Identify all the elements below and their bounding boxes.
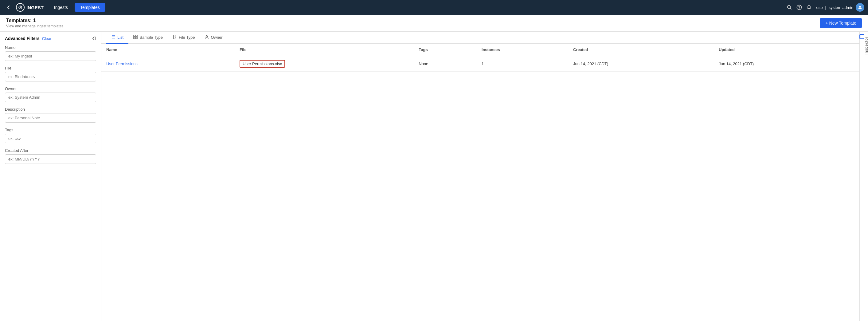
cell-file: User Permissions.xlsx	[235, 56, 414, 71]
table-row: User Permissions User Permissions.xlsx N…	[101, 56, 859, 71]
svg-line-2	[790, 8, 792, 9]
filter-description: Description	[5, 107, 96, 123]
svg-rect-11	[136, 35, 137, 37]
user-info: esp | system admin	[816, 3, 864, 12]
filter-file-input[interactable]	[5, 72, 96, 82]
nav-tab-templates[interactable]: Templates	[75, 3, 105, 12]
templates-table: Name File Tags Instances Created Updated…	[101, 43, 859, 71]
page-title-block: Templates: 1 View and manage ingest temp…	[6, 18, 64, 28]
filter-created-after: Created After	[5, 148, 96, 164]
help-button[interactable]: ?	[797, 5, 802, 10]
filter-file-label: File	[5, 66, 96, 70]
tab-list-label: List	[117, 35, 123, 40]
tab-sample-type[interactable]: Sample Type	[128, 32, 168, 43]
tab-list[interactable]: List	[106, 32, 128, 43]
sidebar: Advanced Filters Clear Name File Owner D…	[0, 32, 101, 321]
user-avatar	[856, 3, 864, 12]
search-button[interactable]	[786, 5, 792, 10]
cell-updated: Jun 14, 2021 (CDT)	[714, 56, 859, 71]
file-badge: User Permissions.xlsx	[240, 60, 285, 68]
logo-text: INGEST	[26, 5, 43, 10]
sample-type-icon	[133, 35, 137, 40]
col-created: Created	[568, 43, 714, 56]
username-label: system admin	[829, 5, 853, 10]
col-updated: Updated	[714, 43, 859, 56]
cell-name: User Permissions	[101, 56, 235, 71]
col-instances: Instances	[477, 43, 568, 56]
inspector-label: Inspector	[864, 34, 868, 57]
main-layout: Advanced Filters Clear Name File Owner D…	[0, 32, 868, 321]
filter-owner-label: Owner	[5, 86, 96, 91]
filter-tags-label: Tags	[5, 127, 96, 132]
nav-tabs: Ingests Templates	[49, 3, 105, 12]
tab-file-type[interactable]: File Type	[168, 32, 200, 43]
filter-file: File	[5, 66, 96, 82]
list-icon	[111, 35, 116, 40]
svg-point-14	[206, 36, 208, 37]
filter-tags-input[interactable]	[5, 134, 96, 143]
nav-right: ? esp | system admin	[786, 3, 864, 12]
back-button[interactable]	[4, 2, 13, 12]
table-container: Name File Tags Instances Created Updated…	[101, 43, 859, 321]
sidebar-title: Advanced Filters	[5, 36, 40, 41]
locale-label: esp	[816, 5, 823, 10]
svg-rect-15	[860, 34, 864, 39]
notifications-button[interactable]	[806, 5, 812, 10]
file-type-icon	[173, 35, 177, 40]
inspector-icon	[859, 34, 864, 40]
nav-tab-ingests[interactable]: Ingests	[49, 3, 73, 12]
filter-created-after-input[interactable]	[5, 154, 96, 164]
filter-name-label: Name	[5, 45, 96, 50]
separator: |	[825, 5, 826, 10]
sidebar-collapse-button[interactable]	[91, 36, 96, 41]
filter-name-input[interactable]	[5, 51, 96, 61]
page-subtitle: View and manage ingest templates	[6, 24, 64, 28]
cell-tags: None	[414, 56, 477, 71]
tab-file-type-label: File Type	[179, 35, 195, 40]
svg-rect-12	[134, 37, 135, 39]
svg-rect-10	[134, 35, 135, 37]
tab-owner-label: Owner	[211, 35, 222, 40]
page-header: Templates: 1 View and manage ingest temp…	[0, 15, 868, 32]
view-tabs: List Sample Type	[101, 32, 859, 43]
template-name-link[interactable]: User Permissions	[106, 61, 137, 66]
col-file: File	[235, 43, 414, 56]
owner-icon	[205, 35, 209, 40]
filter-tags: Tags	[5, 127, 96, 143]
filter-created-after-label: Created After	[5, 148, 96, 153]
filter-owner-input[interactable]	[5, 92, 96, 102]
filter-name: Name	[5, 45, 96, 61]
filter-description-label: Description	[5, 107, 96, 112]
tab-sample-type-label: Sample Type	[140, 35, 163, 40]
svg-rect-13	[136, 37, 137, 39]
col-tags: Tags	[414, 43, 477, 56]
tab-owner[interactable]: Owner	[199, 32, 227, 43]
svg-point-5	[859, 6, 861, 8]
new-template-button[interactable]: + New Template	[820, 18, 862, 28]
filter-description-input[interactable]	[5, 113, 96, 123]
logo-icon	[16, 3, 25, 12]
app-logo: INGEST	[16, 3, 43, 12]
sidebar-header: Advanced Filters Clear	[5, 36, 96, 41]
filter-owner: Owner	[5, 86, 96, 102]
top-nav: INGEST Ingests Templates ? esp |	[0, 0, 868, 15]
cell-instances: 1	[477, 56, 568, 71]
col-name: Name	[101, 43, 235, 56]
content-area: List Sample Type	[101, 32, 859, 321]
cell-created: Jun 14, 2021 (CDT)	[568, 56, 714, 71]
svg-text:?: ?	[798, 5, 800, 9]
clear-filters-button[interactable]: Clear	[42, 36, 52, 41]
inspector-panel[interactable]: Inspector	[859, 32, 868, 321]
page-title: Templates: 1	[6, 18, 64, 23]
table-header-row: Name File Tags Instances Created Updated	[101, 43, 859, 56]
